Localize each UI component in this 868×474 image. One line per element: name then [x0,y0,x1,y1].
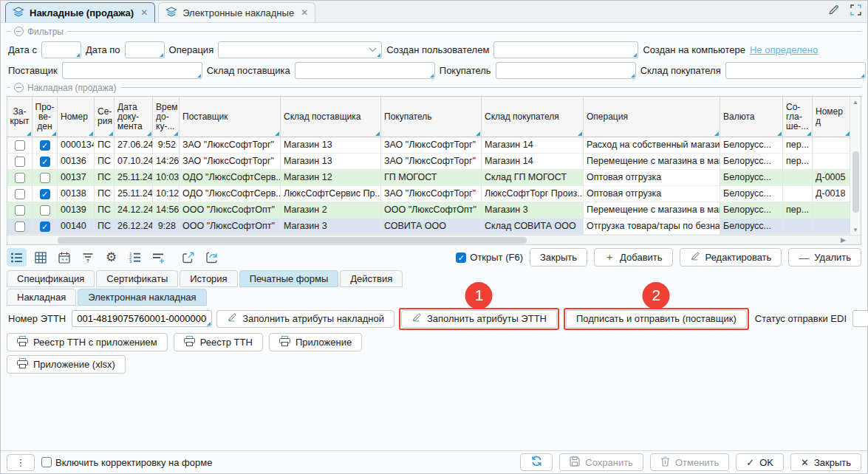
cell-operation[interactable]: Расход на собственный магазин [584,137,720,154]
cell-number[interactable]: 00140 [58,219,95,235]
cell-closed[interactable] [7,202,33,219]
cell-agreement[interactable]: пер... [783,154,813,170]
scroll-up-icon[interactable]: ▲ [852,97,858,107]
cell-supplier_wh[interactable]: Магазин 2 [281,202,381,219]
column-header[interactable]: Операция [584,97,720,137]
cell-closed[interactable] [7,170,33,186]
collapse-icon[interactable] [14,27,24,36]
vertical-scroll-thumb[interactable] [852,151,859,213]
table-row[interactable]: ✓00138ПС25.11.2410:12ОДО "ЛюксСофтСерв..… [7,186,850,202]
column-header[interactable]: Врем до-ку-... [153,97,180,137]
column-header[interactable]: Про-ве-ден [33,97,58,137]
column-header[interactable]: Поставщик [180,97,281,137]
cell-currency[interactable]: Белорусс... [720,186,783,202]
posted-checkbox[interactable]: ✓ [40,221,50,232]
column-header[interactable]: Се-рия [95,97,115,137]
cell-time[interactable]: 14:26 [153,154,180,170]
correction-checkbox[interactable] [41,457,52,467]
fullscreen-icon[interactable] [850,4,861,18]
cell-agreement[interactable]: пер... [783,202,813,219]
cell-agreement[interactable] [783,219,813,235]
add-button[interactable]: ＋Добавить [594,248,672,267]
posted-checkbox[interactable] [40,205,50,216]
horizontal-scrollbar[interactable]: ▶ [7,235,861,244]
close-record-button[interactable]: Закрыть [530,248,587,267]
vertical-scrollbar[interactable]: ▲ ▼ [850,97,861,235]
tab-print-forms[interactable]: Печатные формы [239,270,339,287]
cell-supplier_wh[interactable]: Магазин 12 [281,170,381,186]
created-by-input[interactable] [494,42,638,58]
cell-closed[interactable] [7,219,33,235]
add-rows-button[interactable] [148,248,168,267]
buyer-warehouse-input[interactable] [726,63,865,78]
cell-supplier[interactable]: ООО "ЛюксСофтОпт" [180,202,281,219]
numbered-list-button[interactable]: 123 [125,248,145,267]
tab-actions[interactable]: Действия [340,270,403,287]
tab-electronic-invoice[interactable]: Электронная накладная [78,289,206,306]
edi-status-input[interactable] [853,311,868,326]
cell-currency[interactable]: Белорусс... [720,154,783,170]
correction-checkbox-wrap[interactable]: Включить корректировку на форме [41,457,212,468]
cell-time[interactable]: 10:12 [153,186,180,202]
cell-closed[interactable] [7,154,33,170]
refresh-button[interactable] [520,453,553,471]
date-from-input[interactable] [42,42,81,58]
cell-agreement[interactable]: пер... [783,137,813,154]
closed-checkbox[interactable] [15,157,25,167]
cell-buyer[interactable]: ЗАО "ЛюксСофтТорг" [381,137,482,154]
cell-operation[interactable]: Перемещение с магазина в мага... [584,154,720,170]
open-checkbox-wrap[interactable]: ✓ Открыт (F6) [456,252,523,263]
print-appendix-xlsx-button[interactable]: Приложение (xlsx) [7,355,126,374]
scroll-right-icon[interactable]: ▶ [841,236,846,244]
edit-pencil-icon[interactable] [827,4,840,18]
cell-contract[interactable] [813,154,850,170]
grid-view-button[interactable] [30,248,50,267]
column-header[interactable]: Покупатель [381,97,482,137]
cell-posted[interactable] [33,202,58,219]
cell-series[interactable]: ПС [95,170,115,186]
sign-and-send-button[interactable]: Подписать и отправить (поставщик) [566,310,747,328]
cell-agreement[interactable] [783,170,813,186]
column-header[interactable]: Со-гла-ше-... [783,97,813,137]
scroll-down-icon[interactable]: ▼ [852,224,858,235]
posted-checkbox[interactable] [40,173,50,183]
close-tab-icon[interactable]: ✕ [140,7,148,18]
tab-certificates[interactable]: Сертификаты [96,270,178,287]
created-on-computer-link[interactable]: Не определено [750,44,818,55]
cell-time[interactable]: 9:52 [153,137,180,154]
column-header[interactable]: Номер д [813,97,850,137]
ok-button[interactable]: ✓OK [736,453,784,471]
column-header[interactable]: Номер [58,97,95,137]
cell-series[interactable]: ПС [95,137,115,154]
save-button[interactable]: Сохранить [559,453,643,471]
view-list-button[interactable] [7,248,27,267]
cell-contract[interactable]: Д-0005 [813,170,850,186]
cell-operation[interactable]: Оптовая отгрузка [584,170,720,186]
posted-checkbox[interactable]: ✓ [40,157,50,167]
cell-date[interactable]: 25.11.24 [115,186,153,202]
cell-series[interactable]: ПС [95,202,115,219]
closed-checkbox[interactable] [15,140,25,151]
cell-date[interactable]: 25.11.24 [115,170,153,186]
cell-series[interactable]: ПС [95,186,115,202]
cell-supplier[interactable]: ЗАО "ЛюксСофтТорг" [180,137,281,154]
cell-time[interactable]: 10:03 [153,170,180,186]
column-header[interactable]: За-крыт [7,97,33,137]
date-to-input[interactable] [126,42,164,58]
fill-ettn-attributes-button[interactable]: Заполнить атрибуты ЭТТН [401,310,557,328]
cell-supplier[interactable]: ОДО "ЛюксСофтСерв... [180,170,281,186]
cell-buyer[interactable]: ГП МОГОСТ [381,170,482,186]
closed-checkbox[interactable] [15,189,25,199]
cell-date[interactable]: 27.06.24 [115,137,153,154]
close-form-button[interactable]: ✕Закрыть [790,453,861,471]
cell-currency[interactable]: Белорусс... [720,137,783,154]
close-tab-icon[interactable]: ✕ [301,7,308,18]
fill-invoice-attributes-button[interactable]: Заполнить атрибуты накладной [216,310,394,328]
table-row[interactable]: ✓00136ПС07.10.2414:26ЗАО "ЛюксСофтТорг"М… [7,154,850,170]
posted-checkbox[interactable]: ✓ [40,189,50,199]
print-ttn-register-with-appendix-button[interactable]: Реестр ТТН с приложением [7,333,168,351]
cell-buyer_wh[interactable]: Магазин 14 [482,137,584,154]
tab-invoices-sale[interactable]: Накладные (продажа) ✕ [5,2,155,22]
cell-buyer[interactable]: ООО "ЛюксСофтОпт" [381,202,482,219]
table-row[interactable]: ✓00140ПС26.12.249:28ООО "ЛюксСофтОпт"Маг… [7,219,850,235]
